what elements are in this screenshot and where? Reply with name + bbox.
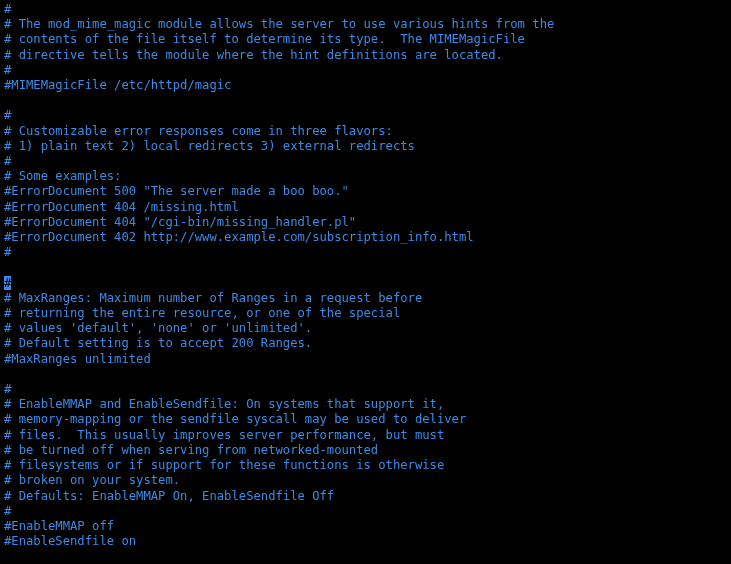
config-line: # values 'default', 'none' or 'unlimited… bbox=[4, 321, 312, 335]
config-line: # files. This usually improves server pe… bbox=[4, 428, 444, 442]
config-line: #ErrorDocument 404 /missing.html bbox=[4, 200, 239, 214]
config-line: # EnableMMAP and EnableSendfile: On syst… bbox=[4, 397, 444, 411]
config-line: # bbox=[4, 154, 11, 168]
config-line: # broken on your system. bbox=[4, 473, 180, 487]
config-line: # memory-mapping or the sendfile syscall… bbox=[4, 412, 466, 426]
config-line: #ErrorDocument 402 http://www.example.co… bbox=[4, 230, 474, 244]
config-line: # be turned off when serving from networ… bbox=[4, 443, 378, 457]
config-line: # bbox=[4, 382, 11, 396]
config-line: #EnableMMAP off bbox=[4, 519, 114, 533]
config-line: # 1) plain text 2) local redirects 3) ex… bbox=[4, 139, 415, 153]
config-line: #ErrorDocument 500 "The server made a bo… bbox=[4, 184, 349, 198]
config-line: #ErrorDocument 404 "/cgi-bin/missing_han… bbox=[4, 215, 356, 229]
config-line: # filesystems or if support for these fu… bbox=[4, 458, 444, 472]
config-line: #MaxRanges unlimited bbox=[4, 352, 151, 366]
config-line: # The mod_mime_magic module allows the s… bbox=[4, 17, 554, 31]
config-line: # contents of the file itself to determi… bbox=[4, 32, 525, 46]
cursor: # bbox=[4, 276, 11, 290]
config-line: # bbox=[4, 108, 11, 122]
config-line: # directive tells the module where the h… bbox=[4, 48, 503, 62]
config-line: # returning the entire resource, or one … bbox=[4, 306, 400, 320]
config-line: # bbox=[4, 63, 11, 77]
config-line: # Default setting is to accept 200 Range… bbox=[4, 336, 312, 350]
config-line: # bbox=[4, 276, 11, 290]
config-line: # bbox=[4, 245, 11, 259]
config-line: #MIMEMagicFile /etc/httpd/magic bbox=[4, 78, 231, 92]
config-line: # MaxRanges: Maximum number of Ranges in… bbox=[4, 291, 422, 305]
config-line: # Some examples: bbox=[4, 169, 121, 183]
config-file-view[interactable]: # # The mod_mime_magic module allows the… bbox=[0, 0, 731, 551]
config-line: #EnableSendfile on bbox=[4, 534, 136, 548]
config-line: # Defaults: EnableMMAP On, EnableSendfil… bbox=[4, 489, 334, 503]
config-line: # bbox=[4, 2, 11, 16]
config-line: # bbox=[4, 504, 11, 518]
config-line: # Customizable error responses come in t… bbox=[4, 124, 393, 138]
